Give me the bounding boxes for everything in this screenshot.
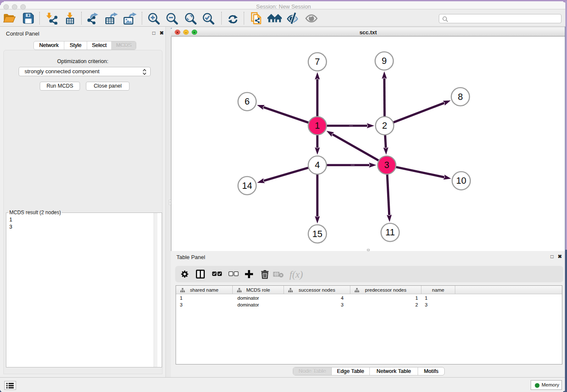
svg-text:4: 4	[315, 160, 320, 170]
svg-text:1: 1	[315, 121, 320, 131]
svg-text:f(x): f(x)	[289, 269, 303, 280]
svg-text:2: 2	[382, 121, 387, 131]
svg-text:9: 9	[382, 56, 387, 66]
svg-text:3: 3	[384, 160, 389, 170]
svg-text:6: 6	[245, 97, 250, 107]
svg-text:7: 7	[315, 57, 320, 67]
svg-text:11: 11	[385, 227, 395, 237]
svg-text:14: 14	[242, 181, 252, 191]
svg-text:8: 8	[458, 92, 463, 102]
svg-text:10: 10	[456, 176, 466, 186]
svg-text:15: 15	[312, 229, 322, 239]
